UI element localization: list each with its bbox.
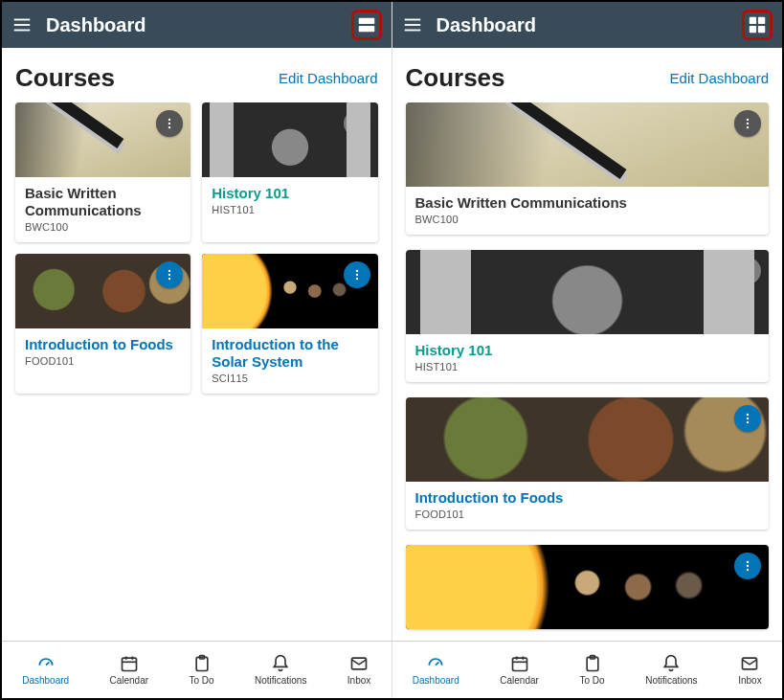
course-title: History 101	[415, 342, 760, 359]
course-card[interactable]: Introduction to the Solar System SCI115	[202, 254, 377, 394]
layout-toggle-button[interactable]	[742, 10, 773, 40]
course-image	[202, 254, 377, 328]
course-image	[406, 250, 770, 334]
course-title: Introduction to Foods	[415, 489, 760, 507]
course-more-button[interactable]	[734, 258, 761, 284]
svg-rect-29	[758, 17, 765, 24]
section-title: Courses	[15, 63, 115, 93]
course-image	[406, 102, 770, 187]
course-more-button[interactable]	[344, 110, 370, 137]
nav-label: Calendar	[500, 675, 539, 686]
nav-label: Calendar	[109, 675, 148, 686]
layout-toggle-button[interactable]	[351, 10, 382, 40]
course-list: Basic Written Communications BWC100 Hist…	[406, 102, 770, 562]
course-more-button[interactable]	[734, 553, 761, 579]
nav-item-calendar[interactable]: Calendar	[500, 654, 539, 686]
header-title: Dashboard	[46, 14, 338, 36]
svg-point-34	[747, 126, 749, 128]
nav-item-todo[interactable]: To Do	[189, 654, 213, 686]
nav-item-notifications[interactable]: Notifications	[255, 654, 306, 686]
section-header: Courses Edit Dashboard	[2, 48, 392, 102]
svg-line-44	[436, 662, 438, 665]
svg-point-36	[747, 270, 749, 272]
course-more-button[interactable]	[156, 261, 183, 288]
course-image	[202, 102, 377, 177]
course-title: Introduction to Foods	[25, 336, 181, 353]
svg-point-42	[747, 565, 749, 567]
course-image	[15, 102, 190, 177]
bottom-nav: Dashboard Calendar To Do Notifications I…	[392, 641, 783, 698]
nav-label: To Do	[189, 675, 213, 686]
course-card[interactable]: History 101 HIST101	[202, 102, 377, 242]
course-more-button[interactable]	[734, 110, 761, 137]
course-title: Basic Written Communications	[415, 194, 760, 212]
nav-label: Dashboard	[22, 675, 69, 686]
edit-dashboard-link[interactable]: Edit Dashboard	[279, 70, 377, 86]
course-code: FOOD101	[415, 508, 760, 520]
section-header: Courses Edit Dashboard	[392, 48, 783, 102]
nav-item-notifications[interactable]: Notifications	[645, 654, 697, 686]
course-card[interactable]: Introduction to Foods FOOD101	[406, 397, 770, 530]
course-card[interactable]	[406, 545, 770, 629]
svg-point-10	[355, 126, 357, 128]
course-code: BWC100	[25, 221, 181, 233]
nav-label: Notifications	[255, 675, 306, 686]
svg-point-43	[747, 569, 749, 571]
svg-point-6	[168, 123, 170, 124]
nav-item-inbox[interactable]: Inbox	[347, 654, 370, 686]
svg-point-35	[747, 266, 749, 268]
hamburger-icon[interactable]	[402, 14, 423, 35]
course-code: HIST101	[212, 204, 368, 215]
nav-item-inbox[interactable]: Inbox	[738, 654, 761, 686]
course-grid: Basic Written Communications BWC100 Hist…	[15, 102, 378, 394]
course-code: SCI115	[212, 373, 368, 384]
svg-point-15	[355, 274, 357, 276]
course-card[interactable]: History 101 HIST101	[406, 250, 770, 382]
nav-label: Inbox	[738, 675, 761, 686]
svg-point-14	[355, 270, 357, 272]
course-card[interactable]: Basic Written Communications BWC100	[406, 102, 770, 235]
nav-item-dashboard[interactable]: Dashboard	[413, 654, 459, 686]
course-code: FOOD101	[25, 355, 181, 367]
nav-item-dashboard[interactable]: Dashboard	[22, 654, 69, 686]
course-card[interactable]: Basic Written Communications BWC100	[15, 102, 190, 242]
svg-point-38	[747, 414, 749, 416]
course-title: History 101	[212, 185, 368, 202]
svg-rect-31	[758, 26, 765, 33]
nav-item-calendar[interactable]: Calendar	[109, 654, 148, 686]
svg-rect-4	[358, 26, 374, 32]
svg-rect-45	[512, 658, 526, 670]
svg-point-7	[168, 126, 170, 128]
svg-rect-18	[122, 658, 136, 670]
app-header: Dashboard	[2, 2, 392, 48]
layout-stack-icon	[356, 14, 377, 35]
course-card[interactable]: Introduction to Foods FOOD101	[15, 254, 190, 394]
course-more-button[interactable]	[344, 261, 370, 288]
pane-grid: Dashboard Courses Edit Dashboard	[2, 2, 392, 698]
svg-rect-28	[750, 17, 756, 24]
svg-point-33	[747, 123, 749, 124]
svg-line-17	[46, 662, 49, 665]
course-more-button[interactable]	[156, 110, 183, 137]
edit-dashboard-link[interactable]: Edit Dashboard	[670, 70, 769, 86]
svg-point-41	[747, 561, 749, 563]
section-title: Courses	[406, 63, 505, 93]
nav-label: Dashboard	[413, 675, 459, 686]
svg-point-37	[747, 274, 749, 276]
course-title: Introduction to the Solar System	[212, 336, 368, 371]
course-image	[15, 254, 190, 328]
svg-point-16	[355, 278, 357, 280]
course-more-button[interactable]	[734, 405, 761, 432]
svg-rect-3	[358, 18, 374, 24]
course-image	[406, 545, 770, 629]
pane-list: Dashboard Courses Edit Dashboard	[392, 2, 783, 698]
course-image	[406, 397, 770, 482]
header-title: Dashboard	[437, 14, 729, 36]
nav-label: Inbox	[347, 675, 370, 686]
layout-grid-icon	[747, 14, 768, 35]
svg-point-12	[168, 274, 170, 276]
nav-item-todo[interactable]: To Do	[579, 654, 604, 686]
svg-point-39	[747, 418, 749, 419]
hamburger-icon[interactable]	[11, 14, 33, 35]
svg-point-11	[168, 270, 170, 272]
